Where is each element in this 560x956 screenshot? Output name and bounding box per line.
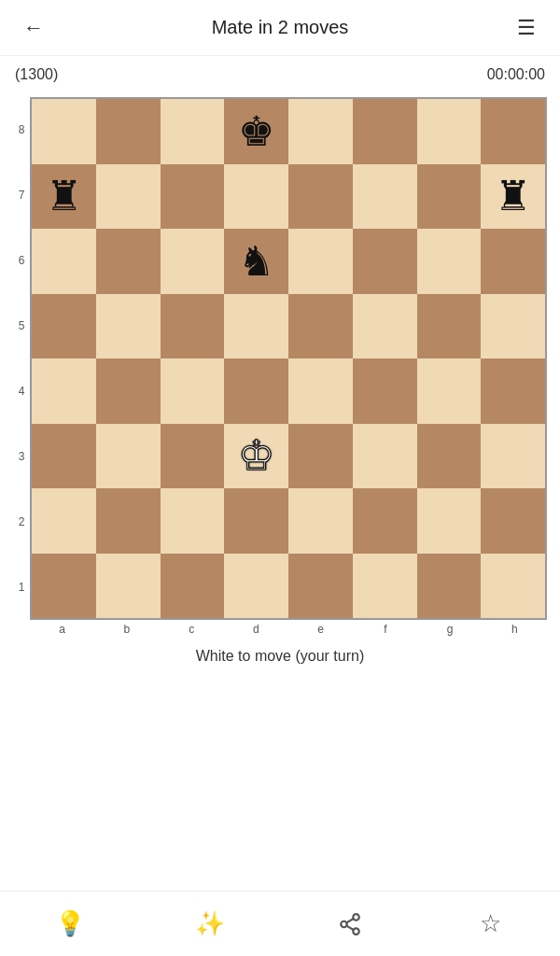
cell-g6[interactable] — [417, 229, 482, 294]
svg-line-4 — [346, 919, 353, 922]
file-label-e: e — [288, 620, 353, 639]
cell-h1[interactable] — [481, 554, 545, 619]
cell-d8[interactable]: ♚ — [224, 99, 288, 164]
cell-c2[interactable] — [161, 488, 225, 554]
menu-button[interactable]: ☰ — [508, 9, 545, 47]
cell-c7[interactable] — [161, 164, 225, 230]
cell-e1[interactable] — [288, 554, 353, 619]
cell-b7[interactable] — [96, 164, 161, 230]
cell-c4[interactable] — [161, 358, 225, 424]
cell-a3[interactable] — [32, 424, 96, 489]
cell-f5[interactable] — [353, 294, 417, 359]
cell-g5[interactable] — [417, 294, 482, 359]
cell-a4[interactable] — [32, 358, 96, 424]
cell-b5[interactable] — [96, 294, 161, 359]
cell-a8[interactable] — [32, 99, 96, 164]
cell-b3[interactable] — [96, 424, 161, 489]
cell-e3[interactable] — [288, 424, 353, 489]
hint-icon: 💡 — [55, 909, 85, 938]
header: ← Mate in 2 moves ☰ — [0, 0, 560, 56]
cell-d3[interactable]: ♔ — [224, 424, 288, 489]
cell-g8[interactable] — [417, 99, 482, 164]
cell-f3[interactable] — [353, 424, 417, 489]
cell-b8[interactable] — [96, 99, 161, 164]
cell-e7[interactable] — [288, 164, 353, 230]
file-label-g: g — [418, 620, 483, 639]
cell-c3[interactable] — [161, 424, 225, 489]
cell-f4[interactable] — [353, 358, 417, 424]
cell-h6[interactable] — [481, 229, 545, 294]
cell-h4[interactable] — [481, 358, 545, 424]
cell-c1[interactable] — [161, 554, 225, 619]
cell-a1[interactable] — [32, 554, 96, 619]
cell-g3[interactable] — [417, 424, 482, 489]
magic-button[interactable]: ✨ — [188, 902, 232, 947]
cell-g4[interactable] — [417, 358, 482, 424]
cell-g1[interactable] — [417, 554, 482, 619]
file-label-a: a — [30, 620, 94, 639]
cell-b4[interactable] — [96, 358, 161, 424]
cell-b6[interactable] — [96, 229, 161, 294]
cell-h2[interactable] — [481, 488, 545, 554]
cell-c8[interactable] — [161, 99, 225, 164]
back-button[interactable]: ← — [15, 9, 52, 47]
board-container: 87654321 ♚♜♜♞♔ abcdefgh — [0, 97, 560, 639]
cell-a2[interactable] — [32, 488, 96, 554]
cell-c6[interactable] — [161, 229, 225, 294]
black-king-piece: ♚ — [238, 111, 274, 152]
cell-b2[interactable] — [96, 488, 161, 554]
back-icon: ← — [23, 16, 44, 40]
rank-label-5: 5 — [13, 293, 30, 358]
cell-h3[interactable] — [481, 424, 545, 489]
black-rook-a7-piece: ♜ — [46, 176, 82, 217]
cell-d2[interactable] — [224, 488, 288, 554]
rank-label-2: 2 — [13, 489, 30, 555]
file-label-h: h — [483, 620, 547, 639]
cell-e4[interactable] — [288, 358, 353, 424]
rank-label-4: 4 — [13, 358, 30, 424]
menu-icon: ☰ — [517, 16, 536, 40]
cell-e5[interactable] — [288, 294, 353, 359]
rank-label-6: 6 — [13, 228, 30, 293]
share-icon — [338, 912, 362, 936]
cell-f2[interactable] — [353, 488, 417, 554]
cell-c5[interactable] — [161, 294, 225, 359]
cell-a7[interactable]: ♜ — [32, 164, 96, 230]
file-label-c: c — [160, 620, 224, 639]
cell-a6[interactable] — [32, 229, 96, 294]
cell-e2[interactable] — [288, 488, 353, 554]
cell-f1[interactable] — [353, 554, 417, 619]
hint-button[interactable]: 💡 — [48, 902, 92, 947]
timer-label: 00:00:00 — [487, 66, 545, 83]
share-button[interactable] — [328, 902, 372, 947]
cell-h7[interactable]: ♜ — [481, 164, 545, 230]
cell-d4[interactable] — [224, 358, 288, 424]
cell-f6[interactable] — [353, 229, 417, 294]
magic-icon: ✨ — [195, 909, 225, 938]
rating-label: (1300) — [15, 66, 58, 83]
svg-line-3 — [346, 925, 353, 929]
cell-d5[interactable] — [224, 294, 288, 359]
cell-h8[interactable] — [481, 99, 545, 164]
file-label-b: b — [94, 620, 159, 639]
cell-e8[interactable] — [288, 99, 353, 164]
page-title: Mate in 2 moves — [212, 17, 349, 38]
star-button[interactable]: ☆ — [468, 902, 512, 947]
sub-header: (1300) 00:00:00 — [0, 56, 560, 93]
cell-e6[interactable] — [288, 229, 353, 294]
cell-h5[interactable] — [481, 294, 545, 359]
cell-d7[interactable] — [224, 164, 288, 230]
board-area: ♚♜♜♞♔ — [30, 97, 547, 620]
cell-g2[interactable] — [417, 488, 482, 554]
cell-d6[interactable]: ♞ — [224, 229, 288, 294]
cell-a5[interactable] — [32, 294, 96, 359]
cell-f7[interactable] — [353, 164, 417, 230]
cell-d1[interactable] — [224, 554, 288, 619]
cell-g7[interactable] — [417, 164, 482, 230]
white-king-piece: ♔ — [238, 435, 274, 476]
cell-b1[interactable] — [96, 554, 161, 619]
rank-labels: 87654321 — [13, 97, 30, 620]
cell-f8[interactable] — [353, 99, 417, 164]
star-icon: ☆ — [480, 909, 501, 938]
chess-board[interactable]: ♚♜♜♞♔ — [30, 97, 547, 620]
